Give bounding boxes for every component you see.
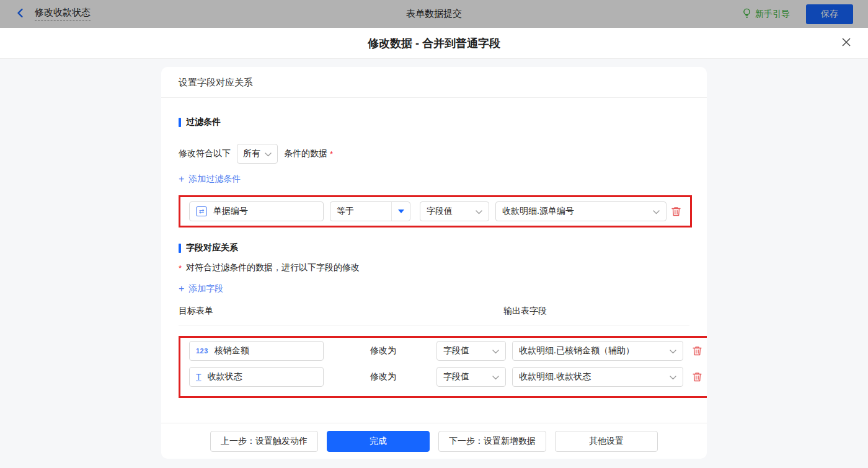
chevron-down-icon: [653, 206, 660, 216]
required-asterisk: *: [330, 149, 333, 159]
serial-number-icon: ⇄: [196, 206, 207, 216]
mapping-table-header: 目标表单 输出表字段: [179, 306, 689, 325]
section-bar: [179, 244, 181, 253]
mapping-note: * 对符合过滤条件的数据，进行以下字段的修改: [179, 262, 689, 273]
scope-select[interactable]: 所有: [237, 144, 278, 164]
dropdown-caret-icon: [391, 202, 410, 221]
trash-icon[interactable]: [671, 206, 681, 217]
filter-scope-row: 修改符合以下 所有 条件的数据 *: [179, 144, 689, 164]
value-field-select[interactable]: 收款明细.源单编号: [495, 201, 666, 221]
wizard-footer: 上一步：设置触发动作 完成 下一步：设置新增数据 其他设置: [161, 423, 707, 459]
chevron-down-icon: [492, 372, 499, 382]
number-field-icon: 123: [196, 347, 208, 355]
target-field-chip[interactable]: 123 核销金额: [189, 341, 324, 361]
required-asterisk: *: [179, 263, 182, 273]
highlight-box-mapping: 123 核销金额 修改为 字段值 收款明细.已核销金额（辅助）: [179, 336, 707, 398]
chevron-down-icon: [476, 206, 482, 216]
scope-prefix: 修改符合以下: [179, 148, 231, 159]
chevron-down-icon: [265, 149, 272, 159]
operator-select[interactable]: 等于: [330, 201, 410, 221]
filter-field-chip[interactable]: ⇄ 单据编号: [189, 201, 324, 221]
value-type-select[interactable]: 字段值: [436, 341, 506, 361]
mapping-row: 123 核销金额 修改为 字段值 收款明细.已核销金额（辅助）: [189, 341, 702, 361]
settings-panel: 设置字段对应关系 过滤条件 修改符合以下 所有 条件的数据 * +: [161, 67, 707, 459]
done-button[interactable]: 完成: [327, 431, 430, 452]
chevron-down-icon: [670, 346, 676, 356]
filter-section-title: 过滤条件: [179, 117, 689, 128]
modal-body: 设置字段对应关系 过滤条件 修改符合以下 所有 条件的数据 * +: [0, 59, 868, 468]
section-bar: [179, 118, 181, 127]
mapping-section-title: 字段对应关系: [179, 242, 689, 254]
column-output-field: 输出表字段: [503, 306, 547, 317]
next-step-button[interactable]: 下一步：设置新增数据: [438, 431, 546, 452]
target-field-chip[interactable]: T 收款状态: [189, 367, 324, 387]
plus-icon: +: [179, 284, 184, 294]
close-icon[interactable]: [841, 37, 852, 48]
top-bar: 修改收款状态 表单数据提交 新手引导 保存: [0, 0, 868, 28]
output-field-select[interactable]: 收款明细.收款状态: [512, 367, 683, 387]
value-type-select[interactable]: 字段值: [436, 367, 506, 387]
highlight-box-filter: ⇄ 单据编号 等于 字段值 收款明细.源单编号: [179, 195, 692, 227]
modify-to-label: 修改为: [370, 345, 396, 356]
mapping-row: T 收款状态 修改为 字段值 收款明细.收款状态: [189, 367, 702, 387]
scope-suffix: 条件的数据: [284, 148, 327, 159]
column-target-form: 目标表单: [179, 306, 213, 317]
add-filter-condition-link[interactable]: + 添加过滤条件: [179, 174, 241, 185]
other-settings-button[interactable]: 其他设置: [555, 431, 658, 452]
trash-icon[interactable]: [692, 371, 702, 382]
modify-to-label: 修改为: [370, 371, 396, 382]
modal-title: 修改数据 - 合并到普通字段: [368, 36, 500, 51]
value-type-select[interactable]: 字段值: [420, 201, 489, 221]
text-field-icon: T: [196, 372, 202, 382]
modal-dim-overlay: [0, 0, 868, 28]
plus-icon: +: [179, 174, 184, 184]
chevron-down-icon: [492, 346, 499, 356]
add-field-link[interactable]: + 添加字段: [179, 283, 223, 294]
output-field-select[interactable]: 收款明细.已核销金额（辅助）: [512, 341, 683, 361]
previous-step-button[interactable]: 上一步：设置触发动作: [210, 431, 318, 452]
panel-header: 设置字段对应关系: [161, 67, 707, 98]
trash-icon[interactable]: [692, 345, 702, 356]
chevron-down-icon: [670, 372, 676, 382]
modal-header: 修改数据 - 合并到普通字段: [0, 28, 868, 59]
